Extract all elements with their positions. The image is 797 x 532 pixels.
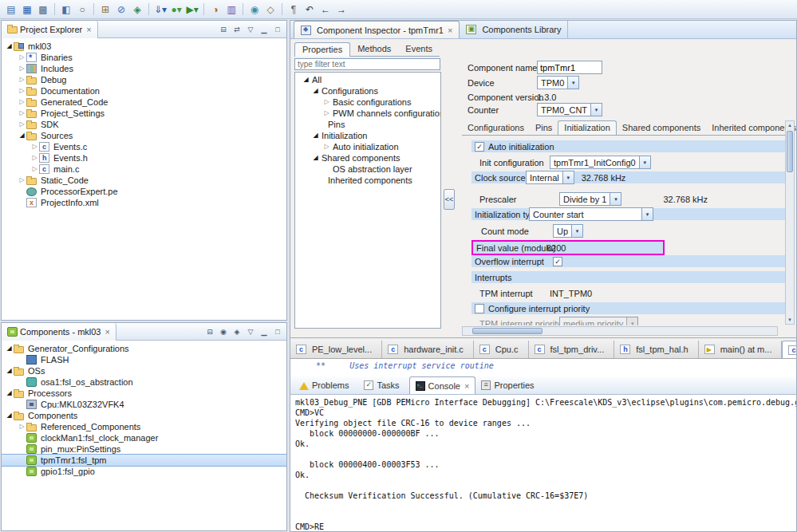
forward-icon[interactable]: → [333,2,349,17]
tree-item[interactable]: ▷ gpio1:fsl_gpio [2,466,286,477]
expand-arrow-icon[interactable]: ▷ [30,141,39,152]
init-configuration-combo[interactable]: tpmTmr1_InitConfig0 ▾ [550,156,651,169]
settings-tab[interactable]: Inherited components [706,121,797,135]
interrupt-priority-combo[interactable]: medium priority ▾ [559,317,638,325]
code-generation-icon[interactable]: ◉ [247,2,262,17]
expand-arrow-icon[interactable]: ◢ [5,365,14,376]
tree-item[interactable]: ▷ Binaries [2,52,286,63]
tree-item[interactable]: ▷ Auto initialization [295,141,440,152]
tree-item[interactable]: ◢ All [295,74,440,85]
generate-code-icon[interactable]: ◈ [231,325,243,338]
chevron-down-icon[interactable]: ▾ [610,193,621,205]
link-with-editor-icon[interactable]: ⇄ [231,23,243,36]
device-combo[interactable]: TPM0 ▾ [537,76,579,89]
editor-tab[interactable]: main() at m... [699,341,783,358]
tree-item[interactable]: ▷ Events.c [2,141,286,152]
component-name-input[interactable] [537,61,602,74]
tree-item[interactable]: ▷ Basic configurations [295,97,440,108]
tree-item[interactable]: ▷ tpmTmr1:fsl_tpm [2,455,286,466]
new-c-file-icon[interactable]: ◧ [58,2,74,17]
tree-item[interactable]: ◢ Initialization [295,130,440,141]
editor-tab[interactable]: Cpu.c [474,341,529,358]
counter-combo[interactable]: TPM0_CNT ▾ [537,103,602,116]
expand-arrow-icon[interactable]: ▷ [18,108,26,119]
editor-content[interactable]: ** Uses interrupt service routine [290,359,796,376]
chevron-down-icon[interactable]: ▾ [562,171,574,183]
expand-arrow-icon[interactable]: ◢ [5,388,14,399]
chevron-down-icon[interactable]: ▾ [639,156,650,168]
run-icon[interactable]: ▶▾ [184,2,200,17]
filter-input[interactable] [294,58,440,70]
expand-arrow-icon[interactable]: ▷ [18,74,26,85]
tree-item[interactable]: ▷ Referenced_Components [2,421,286,432]
view-menu-icon[interactable]: ▽ [244,325,257,338]
save-icon[interactable]: ▦ [19,2,35,17]
scrollbar-thumb[interactable] [472,328,543,334]
view-menu-icon[interactable]: ▽ [244,23,257,36]
tree-item[interactable]: ▷ Cpu:MKL03Z32VFK4 [2,399,286,410]
inspector-subtab[interactable]: Methods [350,42,398,57]
skip-breakpoints-icon[interactable]: ⊘ [113,2,129,17]
expand-arrow-icon[interactable]: ◢ [5,41,14,52]
tree-item[interactable]: ▷ Events.h [2,152,286,164]
tree-item[interactable]: ▷ Debug [2,74,286,85]
inspector-subtab[interactable]: Properties [294,42,350,57]
expand-arrow-icon[interactable]: ▷ [322,97,331,108]
toggle-mark-icon[interactable]: ◇ [262,2,278,17]
settings-tab[interactable]: Pins [530,121,558,135]
code-generation-icon[interactable]: ◉ [217,325,230,338]
tree-item[interactable]: ◢ Shared components [295,152,440,164]
close-icon[interactable]: × [86,26,91,33]
editor-tab[interactable]: fsl_tpm_hal.h [614,341,698,358]
flash-programmer-icon[interactable]: ⇓▾ [152,2,168,17]
tree-item[interactable]: ◢ Components [2,410,286,421]
panel-tab[interactable]: Problems [294,376,358,394]
new-wizard-icon[interactable]: ▤ [3,2,19,17]
editor-tab[interactable]: hardware_init.c [382,341,474,358]
tree-item[interactable]: ▷ pin_mux:PinSettings [2,443,286,455]
tree-item[interactable]: ▷ Includes [2,63,286,74]
configure-priority-checkbox[interactable] [475,304,484,313]
tree-item[interactable]: ▷ osa1:fsl_os_abstraction [2,376,286,388]
tree-item[interactable]: ▷ Static_Code [2,175,286,186]
maximize-icon[interactable]: □ [271,325,284,338]
settings-tab[interactable]: Initialization [558,120,616,135]
editor-tab[interactable]: fsl_tpm_driv... [529,341,615,358]
expand-arrow-icon[interactable]: ▷ [18,97,26,108]
back-icon[interactable]: ← [318,2,333,17]
close-icon[interactable]: × [105,328,110,336]
scroll-down-icon[interactable]: ▼ [786,316,794,324]
chevron-down-icon[interactable]: ▾ [626,317,637,325]
last-edit-icon[interactable]: ↶ [302,2,318,17]
editor-tab[interactable]: Events.c × [782,341,796,358]
scroll-up-icon[interactable]: ▲ [786,121,794,129]
expand-arrow-icon[interactable]: ▷ [18,52,26,63]
close-icon[interactable]: × [464,382,469,390]
expand-arrow-icon[interactable]: ◢ [5,343,14,354]
horizontal-scrollbar[interactable] [462,326,778,336]
expand-arrow-icon[interactable]: ▷ [18,421,26,432]
minimize-icon[interactable]: ▁ [258,325,270,338]
collapse-all-icon[interactable]: ⊟ [217,23,230,36]
annotations-icon[interactable]: ¶ [286,2,302,17]
expand-arrow-icon[interactable]: ▷ [30,164,39,175]
chevron-down-icon[interactable]: ▾ [641,208,653,220]
debug-icon[interactable]: ●▾ [168,2,184,17]
coverage-icon[interactable]: ▥ [223,2,239,17]
expand-arrow-icon[interactable]: ▷ [322,141,331,152]
tree-item[interactable]: ▷ Generated_Code [2,97,286,108]
expand-arrow-icon[interactable]: ◢ [5,410,14,421]
expand-arrow-icon[interactable]: ◢ [311,152,320,164]
tree-item[interactable]: ▷ Pins [295,119,440,130]
expand-arrow-icon[interactable]: ▷ [322,108,331,119]
vertical-scrollbar[interactable]: ▲ ▼ [785,120,795,325]
minimize-icon[interactable]: ▁ [258,23,270,36]
final-value[interactable]: 6200 [546,243,566,253]
tree-item[interactable]: ▷ SDK [2,119,286,130]
panel-tab[interactable]: Properties [475,376,543,394]
chevron-down-icon[interactable]: ▾ [590,104,602,116]
external-tools-icon[interactable]: ◈ [129,2,145,17]
maximize-icon[interactable]: □ [271,23,284,36]
overflow-interrupt-checkbox[interactable]: ✓ [553,257,562,266]
expand-arrow-icon[interactable]: ▷ [30,152,39,164]
